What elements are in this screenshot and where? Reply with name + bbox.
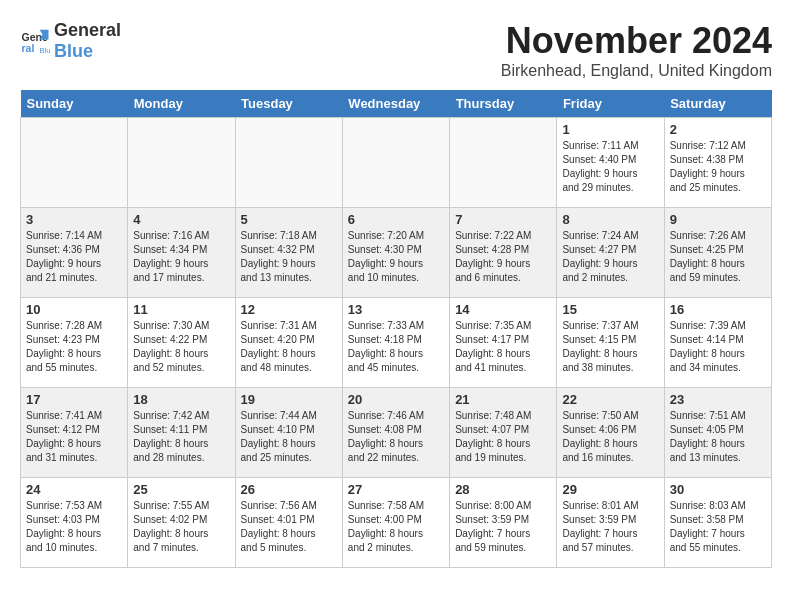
day-info: Sunrise: 7:48 AM Sunset: 4:07 PM Dayligh… [455,409,551,465]
day-number: 26 [241,482,337,497]
day-info: Sunrise: 8:00 AM Sunset: 3:59 PM Dayligh… [455,499,551,555]
calendar-cell: 4Sunrise: 7:16 AM Sunset: 4:34 PM Daylig… [128,208,235,298]
calendar-cell: 20Sunrise: 7:46 AM Sunset: 4:08 PM Dayli… [342,388,449,478]
day-number: 20 [348,392,444,407]
day-number: 13 [348,302,444,317]
calendar-cell: 5Sunrise: 7:18 AM Sunset: 4:32 PM Daylig… [235,208,342,298]
calendar-cell: 14Sunrise: 7:35 AM Sunset: 4:17 PM Dayli… [450,298,557,388]
day-info: Sunrise: 7:12 AM Sunset: 4:38 PM Dayligh… [670,139,766,195]
day-info: Sunrise: 7:55 AM Sunset: 4:02 PM Dayligh… [133,499,229,555]
logo-blue: Blue [54,41,93,61]
weekday-header-saturday: Saturday [664,90,771,118]
day-number: 11 [133,302,229,317]
day-number: 22 [562,392,658,407]
day-number: 25 [133,482,229,497]
day-info: Sunrise: 7:20 AM Sunset: 4:30 PM Dayligh… [348,229,444,285]
day-number: 9 [670,212,766,227]
calendar-cell: 19Sunrise: 7:44 AM Sunset: 4:10 PM Dayli… [235,388,342,478]
day-info: Sunrise: 7:41 AM Sunset: 4:12 PM Dayligh… [26,409,122,465]
calendar-cell: 15Sunrise: 7:37 AM Sunset: 4:15 PM Dayli… [557,298,664,388]
day-info: Sunrise: 7:16 AM Sunset: 4:34 PM Dayligh… [133,229,229,285]
day-number: 6 [348,212,444,227]
day-info: Sunrise: 7:24 AM Sunset: 4:27 PM Dayligh… [562,229,658,285]
header: Gene ral Blue General Blue November 2024… [20,20,772,80]
day-number: 28 [455,482,551,497]
day-info: Sunrise: 7:58 AM Sunset: 4:00 PM Dayligh… [348,499,444,555]
logo: Gene ral Blue General Blue [20,20,121,62]
day-info: Sunrise: 7:44 AM Sunset: 4:10 PM Dayligh… [241,409,337,465]
day-number: 4 [133,212,229,227]
calendar-cell: 22Sunrise: 7:50 AM Sunset: 4:06 PM Dayli… [557,388,664,478]
calendar-cell: 8Sunrise: 7:24 AM Sunset: 4:27 PM Daylig… [557,208,664,298]
calendar-cell: 26Sunrise: 7:56 AM Sunset: 4:01 PM Dayli… [235,478,342,568]
calendar-cell: 16Sunrise: 7:39 AM Sunset: 4:14 PM Dayli… [664,298,771,388]
svg-text:Blue: Blue [40,46,51,55]
weekday-header-wednesday: Wednesday [342,90,449,118]
calendar-cell: 2Sunrise: 7:12 AM Sunset: 4:38 PM Daylig… [664,118,771,208]
day-number: 15 [562,302,658,317]
calendar-cell: 3Sunrise: 7:14 AM Sunset: 4:36 PM Daylig… [21,208,128,298]
calendar-cell: 17Sunrise: 7:41 AM Sunset: 4:12 PM Dayli… [21,388,128,478]
day-number: 27 [348,482,444,497]
day-number: 8 [562,212,658,227]
calendar-cell: 24Sunrise: 7:53 AM Sunset: 4:03 PM Dayli… [21,478,128,568]
weekday-header-monday: Monday [128,90,235,118]
calendar-cell: 23Sunrise: 7:51 AM Sunset: 4:05 PM Dayli… [664,388,771,478]
calendar-cell: 29Sunrise: 8:01 AM Sunset: 3:59 PM Dayli… [557,478,664,568]
day-info: Sunrise: 7:42 AM Sunset: 4:11 PM Dayligh… [133,409,229,465]
calendar-cell: 6Sunrise: 7:20 AM Sunset: 4:30 PM Daylig… [342,208,449,298]
day-info: Sunrise: 8:01 AM Sunset: 3:59 PM Dayligh… [562,499,658,555]
calendar-cell [342,118,449,208]
calendar-cell: 1Sunrise: 7:11 AM Sunset: 4:40 PM Daylig… [557,118,664,208]
day-info: Sunrise: 7:31 AM Sunset: 4:20 PM Dayligh… [241,319,337,375]
day-number: 24 [26,482,122,497]
calendar-cell: 13Sunrise: 7:33 AM Sunset: 4:18 PM Dayli… [342,298,449,388]
calendar-cell: 27Sunrise: 7:58 AM Sunset: 4:00 PM Dayli… [342,478,449,568]
day-info: Sunrise: 7:22 AM Sunset: 4:28 PM Dayligh… [455,229,551,285]
location-title: Birkenhead, England, United Kingdom [501,62,772,80]
calendar-cell: 11Sunrise: 7:30 AM Sunset: 4:22 PM Dayli… [128,298,235,388]
calendar-cell [235,118,342,208]
day-info: Sunrise: 7:53 AM Sunset: 4:03 PM Dayligh… [26,499,122,555]
day-info: Sunrise: 8:03 AM Sunset: 3:58 PM Dayligh… [670,499,766,555]
day-number: 10 [26,302,122,317]
calendar-table: SundayMondayTuesdayWednesdayThursdayFrid… [20,90,772,568]
day-number: 5 [241,212,337,227]
day-info: Sunrise: 7:26 AM Sunset: 4:25 PM Dayligh… [670,229,766,285]
weekday-header-tuesday: Tuesday [235,90,342,118]
calendar-cell: 9Sunrise: 7:26 AM Sunset: 4:25 PM Daylig… [664,208,771,298]
calendar-cell [21,118,128,208]
weekday-header-friday: Friday [557,90,664,118]
day-number: 12 [241,302,337,317]
day-info: Sunrise: 7:30 AM Sunset: 4:22 PM Dayligh… [133,319,229,375]
day-number: 23 [670,392,766,407]
day-info: Sunrise: 7:35 AM Sunset: 4:17 PM Dayligh… [455,319,551,375]
day-number: 29 [562,482,658,497]
day-info: Sunrise: 7:33 AM Sunset: 4:18 PM Dayligh… [348,319,444,375]
weekday-header-thursday: Thursday [450,90,557,118]
day-number: 30 [670,482,766,497]
logo-general: General [54,20,121,40]
calendar-cell: 21Sunrise: 7:48 AM Sunset: 4:07 PM Dayli… [450,388,557,478]
day-number: 16 [670,302,766,317]
day-number: 1 [562,122,658,137]
weekday-header-sunday: Sunday [21,90,128,118]
logo-icon: Gene ral Blue [20,26,50,56]
calendar-cell [128,118,235,208]
svg-text:ral: ral [22,42,35,54]
day-info: Sunrise: 7:50 AM Sunset: 4:06 PM Dayligh… [562,409,658,465]
calendar-cell: 7Sunrise: 7:22 AM Sunset: 4:28 PM Daylig… [450,208,557,298]
day-number: 7 [455,212,551,227]
day-info: Sunrise: 7:14 AM Sunset: 4:36 PM Dayligh… [26,229,122,285]
day-info: Sunrise: 7:18 AM Sunset: 4:32 PM Dayligh… [241,229,337,285]
calendar-cell: 12Sunrise: 7:31 AM Sunset: 4:20 PM Dayli… [235,298,342,388]
day-number: 19 [241,392,337,407]
day-info: Sunrise: 7:46 AM Sunset: 4:08 PM Dayligh… [348,409,444,465]
day-info: Sunrise: 7:51 AM Sunset: 4:05 PM Dayligh… [670,409,766,465]
calendar-cell: 28Sunrise: 8:00 AM Sunset: 3:59 PM Dayli… [450,478,557,568]
title-area: November 2024 Birkenhead, England, Unite… [501,20,772,80]
day-info: Sunrise: 7:11 AM Sunset: 4:40 PM Dayligh… [562,139,658,195]
day-number: 18 [133,392,229,407]
day-number: 2 [670,122,766,137]
day-number: 14 [455,302,551,317]
